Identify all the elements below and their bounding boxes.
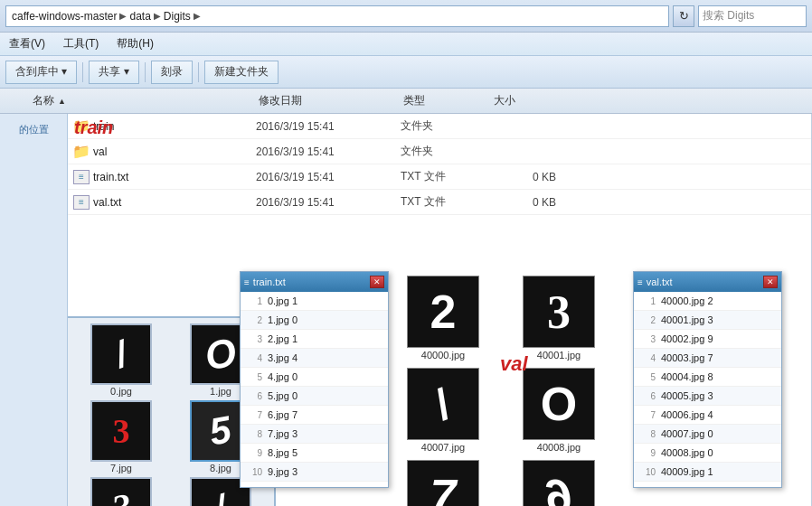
img-thumb-item[interactable]: / 40007.jpg: [389, 368, 497, 453]
col-date-header[interactable]: 修改日期: [259, 93, 403, 108]
file-row[interactable]: ≡ train.txt 2016/3/19 15:41 TXT 文件 0 KB: [68, 164, 811, 190]
popup-row: 440003.jpg 7: [634, 349, 781, 368]
img-thumb-box: 3: [523, 276, 595, 348]
popup-content: 140000.jpg 2240001.jpg 3340002.jpg 94400…: [634, 292, 781, 482]
popup-row: 43.jpg 4: [241, 349, 388, 368]
file-row[interactable]: ≡ val.txt 2016/3/19 15:41 TXT 文件 0 KB: [68, 190, 811, 215]
menu-view[interactable]: 查看(V): [5, 34, 49, 53]
col-size-header[interactable]: 大小: [494, 93, 566, 108]
thumb-digit: 3: [113, 411, 130, 451]
popup-row: 640005.jpg 3: [634, 387, 781, 406]
col-type-header[interactable]: 类型: [403, 93, 494, 108]
toolbar-separator-3: [198, 62, 199, 82]
toolbar-separator-1: [82, 62, 83, 82]
row-text: 9.jpg 3: [268, 466, 297, 477]
img-thumb-item[interactable]: 7 40014.jpg: [389, 460, 497, 506]
path-part-3: Digits: [164, 10, 191, 23]
path-sep-3: ▶: [194, 11, 201, 21]
path-sep-1: ▶: [119, 11, 127, 21]
file-name: train.txt: [93, 171, 256, 183]
menu-tools[interactable]: 工具(T): [60, 34, 102, 53]
popup-title-left: ≡ train.txt: [244, 276, 286, 287]
file-size: 0 KB: [491, 196, 563, 209]
popup-close-button[interactable]: ✕: [370, 276, 384, 288]
row-text: 8.jpg 5: [268, 447, 297, 458]
popup-file-icon: ≡: [244, 277, 250, 287]
col-name-header[interactable]: 名称 ▲: [5, 93, 259, 108]
img-thumb-label: 40000.jpg: [421, 350, 465, 361]
img-thumb-box: O: [523, 368, 595, 440]
row-text: 40006.jpg 4: [661, 409, 713, 420]
txt-icon: ≡: [73, 170, 90, 184]
address-path[interactable]: caffe-windows-master ▶ data ▶ Digits ▶: [5, 5, 669, 27]
file-date: 2016/3/19 15:41: [256, 145, 401, 158]
thumb-digit: O: [202, 329, 240, 379]
new-folder-button[interactable]: 新建文件夹: [204, 61, 279, 84]
thumbnail-box: 3: [90, 477, 152, 506]
burn-label: 刻录: [161, 64, 183, 80]
middle-thumbnails: 2 40000.jpg 3 40001.jpg / 40007.jpg O 40…: [389, 276, 624, 506]
img-thumb-item[interactable]: 3 40001.jpg: [505, 276, 613, 361]
popup-row: 87.jpg 3: [241, 425, 388, 444]
popup-file-icon: ≡: [637, 277, 643, 287]
thumbnail-box: 3: [90, 400, 152, 462]
column-header: 名称 ▲ 修改日期 类型 大小: [0, 89, 812, 114]
address-bar: caffe-windows-master ▶ data ▶ Digits ▶ ↻…: [0, 0, 812, 33]
img-thumb-item[interactable]: 6 40015.jpg: [505, 460, 613, 506]
file-row[interactable]: 📁 train 2016/3/19 15:41 文件夹: [68, 114, 811, 139]
row-text: 1.jpg 0: [268, 314, 297, 325]
menu-help[interactable]: 帮助(H): [113, 34, 157, 53]
popup-row: 940008.jpg 0: [634, 444, 781, 463]
img-thumb-item[interactable]: O 40008.jpg: [505, 368, 613, 453]
img-thumb-box: /: [407, 368, 479, 440]
row-text: 3.jpg 4: [268, 352, 297, 363]
add-to-library-button[interactable]: 含到库中 ▾: [5, 61, 77, 84]
thumbnail-box: /: [90, 323, 152, 385]
row-number: 9: [244, 448, 262, 458]
popup-content: 10.jpg 121.jpg 032.jpg 143.jpg 454.jpg 0…: [241, 292, 388, 482]
row-number: 3: [637, 334, 656, 344]
popup-row: 109.jpg 3: [241, 463, 388, 482]
burn-button[interactable]: 刻录: [151, 61, 193, 84]
popup-close-button[interactable]: ✕: [763, 276, 778, 288]
file-date: 2016/3/19 15:41: [256, 171, 401, 183]
thumbnail-item[interactable]: 3 7.jpg: [73, 400, 169, 473]
thumbnail-item[interactable]: 3 14.jpg: [73, 477, 169, 506]
row-text: 6.jpg 7: [268, 409, 297, 420]
share-button[interactable]: 共享 ▾: [89, 61, 138, 84]
row-number: 6: [637, 391, 656, 401]
popup-title-text: val.txt: [647, 276, 673, 287]
row-number: 4: [637, 353, 656, 363]
popup-row: 340002.jpg 9: [634, 330, 781, 349]
thumbnail-item[interactable]: / 0.jpg: [73, 323, 169, 397]
row-number: 1: [244, 296, 262, 306]
popup-row: 140000.jpg 2: [634, 292, 781, 311]
img-thumb-digit: O: [541, 377, 577, 431]
refresh-button[interactable]: ↻: [673, 5, 694, 27]
file-name: val: [93, 145, 256, 158]
popup-titlebar: ≡ val.txt ✕: [634, 272, 781, 292]
row-text: 40005.jpg 3: [661, 390, 713, 401]
popup-row: 10.jpg 1: [241, 292, 388, 311]
row-text: 40000.jpg 2: [661, 295, 713, 306]
train-label: train: [74, 117, 113, 138]
row-number: 3: [244, 334, 262, 344]
search-box[interactable]: 搜索 Digits: [698, 5, 807, 27]
sidebar-location-label: 的位置: [17, 121, 51, 138]
row-text: 4.jpg 0: [268, 371, 297, 382]
popup-row: 32.jpg 1: [241, 330, 388, 349]
search-placeholder: 搜索 Digits: [703, 8, 754, 23]
row-number: 8: [244, 429, 262, 439]
row-text: 40009.jpg 1: [661, 466, 713, 477]
row-number: 9: [637, 448, 656, 458]
img-thumb-digit: 2: [430, 285, 457, 339]
img-thumb-item[interactable]: 2 40000.jpg: [389, 276, 497, 361]
file-row[interactable]: 📁 val 2016/3/19 15:41 文件夹: [68, 139, 811, 164]
img-thumb-digit: /: [429, 379, 457, 429]
img-thumb-digit: 7: [430, 469, 457, 506]
file-size: 0 KB: [491, 171, 563, 183]
popup-row: 840007.jpg 0: [634, 425, 781, 444]
img-thumb-digit: 3: [547, 286, 571, 339]
row-number: 7: [637, 410, 656, 420]
add-to-library-label: 含到库中 ▾: [15, 64, 67, 80]
